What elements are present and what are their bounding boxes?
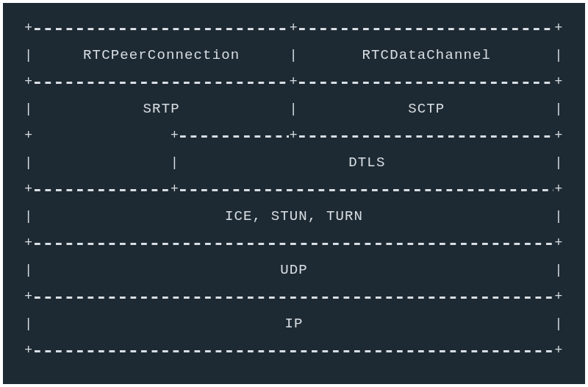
bar-glyph: | (553, 146, 564, 179)
bar-glyph: | (553, 253, 564, 286)
divider: + + + + (24, 125, 564, 146)
plus-glyph: + (553, 18, 564, 38)
plus-glyph: + (24, 232, 35, 253)
cell-udp: UDP (35, 253, 554, 286)
dash-segment (35, 18, 289, 38)
ascii-stack-panel: + + + | RTCPeerConnection | RTCDataChann… (3, 3, 585, 384)
plus-glyph: + (24, 71, 35, 92)
plus-glyph: + (24, 18, 35, 38)
divider: + + + (24, 71, 564, 92)
plus-glyph: + (24, 340, 35, 361)
bar-glyph: | (24, 199, 35, 232)
cell-empty (35, 146, 170, 179)
plus-glyph: + (289, 71, 300, 92)
bar-glyph: | (289, 38, 300, 71)
dash-segment (35, 340, 554, 361)
plus-glyph: + (553, 179, 564, 199)
plus-glyph: + (289, 125, 300, 146)
cell-ice-stun-turn: ICE, STUN, TURN (35, 199, 554, 232)
dash-segment (35, 71, 289, 92)
dash-segment (299, 125, 553, 146)
divider: + + + (24, 179, 564, 199)
bar-glyph: | (553, 307, 564, 340)
cell-ip: IP (35, 307, 554, 340)
blank-segment (35, 125, 170, 146)
stack-row-dtls: | | DTLS | (24, 146, 564, 179)
dash-segment (299, 71, 553, 92)
plus-glyph: + (553, 71, 564, 92)
plus-glyph: + (170, 179, 181, 199)
plus-glyph: + (170, 125, 181, 146)
cell-rtcpeerconnection: RTCPeerConnection (35, 38, 289, 71)
stack-row-ip: | IP | (24, 307, 564, 340)
dash-segment (35, 232, 554, 253)
dash-segment (35, 286, 554, 307)
plus-glyph: + (24, 179, 35, 199)
plus-glyph: + (553, 286, 564, 307)
plus-glyph: + (289, 18, 300, 38)
plus-glyph: + (553, 340, 564, 361)
plus-glyph: + (24, 286, 35, 307)
bar-glyph: | (170, 146, 181, 179)
plus-glyph: + (553, 125, 564, 146)
plus-glyph: + (553, 232, 564, 253)
dash-segment (299, 18, 553, 38)
bar-glyph: | (553, 199, 564, 232)
dash-segment (180, 125, 288, 146)
bar-glyph: | (24, 307, 35, 340)
diagram-container: + + + | RTCPeerConnection | RTCDataChann… (0, 0, 588, 387)
divider: + + (24, 232, 564, 253)
bar-glyph: | (553, 92, 564, 125)
cell-rtcdatachannel: RTCDataChannel (299, 38, 553, 71)
bar-glyph: | (24, 92, 35, 125)
bar-glyph: | (24, 253, 35, 286)
divider: + + (24, 340, 564, 361)
stack-row-udp: | UDP | (24, 253, 564, 286)
divider: + + + (24, 18, 564, 38)
bar-glyph: | (24, 38, 35, 71)
bar-glyph: | (553, 38, 564, 71)
divider: + + (24, 286, 564, 307)
dash-segment (35, 179, 170, 199)
stack-row-apis: | RTCPeerConnection | RTCDataChannel | (24, 38, 564, 71)
dash-segment (180, 179, 553, 199)
stack-row-srtp-sctp: | SRTP | SCTP | (24, 92, 564, 125)
bar-glyph: | (289, 92, 300, 125)
cell-sctp: SCTP (299, 92, 553, 125)
cell-dtls: DTLS (180, 146, 553, 179)
stack-row-ice: | ICE, STUN, TURN | (24, 199, 564, 232)
bar-glyph: | (24, 146, 35, 179)
plus-glyph: + (24, 125, 35, 146)
cell-srtp: SRTP (35, 92, 289, 125)
